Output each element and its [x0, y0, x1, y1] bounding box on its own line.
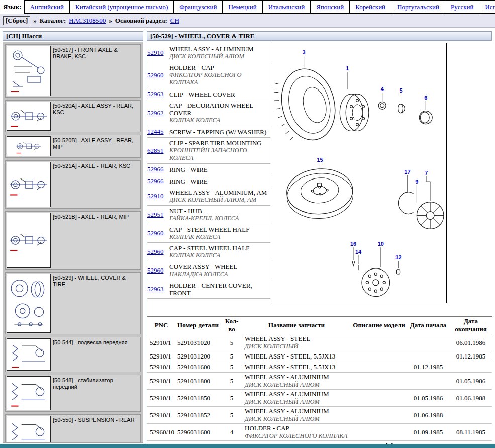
- breadcrumb: [Сброс] » Каталог: HAC3108500 » Основной…: [0, 14, 495, 28]
- part-name-ru: КРОНШТЕЙН ЗАПАСНОГО КОЛЕСА: [169, 147, 270, 162]
- section-thumbnail[interactable]: [7, 162, 51, 207]
- cell-qty: 5: [220, 377, 243, 385]
- language-link-portuguese[interactable]: Португальский: [391, 0, 445, 14]
- callout-16[interactable]: 16: [350, 241, 356, 247]
- part-code-link[interactable]: 52951: [147, 211, 169, 219]
- part-name: COVER ASSY - WHEEL: [169, 263, 270, 271]
- axle-diagram-icon: [7, 102, 50, 130]
- page-title: [50-529] - WHEEL, COVER & TIRE: [147, 31, 492, 41]
- part-code-link[interactable]: 52960: [147, 229, 169, 237]
- part-code-link[interactable]: 52966: [147, 177, 169, 185]
- section-thumbnail[interactable]: [7, 376, 51, 410]
- table-row[interactable]: 52910/1 5291031600 5 WHEEL ASSY - STEEL,…: [147, 362, 492, 373]
- sidebar-item-50-520a[interactable]: [50-520A] - AXLE ASSY - REAR, KSC: [5, 100, 141, 132]
- cell-date-start: 01.12.1985: [408, 363, 448, 371]
- cell-part-number: 5291031200: [176, 352, 220, 361]
- part-code-link[interactable]: 52960: [147, 248, 169, 256]
- part-code-link[interactable]: 52910: [147, 49, 169, 57]
- callout-15[interactable]: 15: [317, 157, 323, 163]
- sidebar-item-50-550[interactable]: [50-550] - SUSPENSION - REAR: [5, 414, 141, 443]
- part-code-link[interactable]: 52960: [147, 71, 169, 79]
- table-row[interactable]: 52910/1 5291031850 5 WHEEL ASSY - ALUMIN…: [147, 390, 492, 407]
- part-code-link[interactable]: 52963: [147, 90, 169, 98]
- column-header-pnc: PNC: [147, 321, 176, 329]
- language-link-german[interactable]: Немецкий: [222, 0, 262, 14]
- part-row: 52910 WHEEL ASSY - ALUMINIUM, AMДИСК КОЛ…: [147, 187, 270, 206]
- part-name-ru: КОЛПАК КОЛЕСА: [169, 117, 270, 124]
- part-row: 52951 NUT - HUBГАЙКА-КРЕПЛ. КОЛЕСА: [147, 206, 270, 224]
- suspension-diagram-icon: [7, 339, 50, 370]
- sidebar-item-50-548[interactable]: [50-548] - стабилизатор передний: [5, 375, 141, 412]
- table-row[interactable]: 52910/1 5291031200 5 WHEEL ASSY - STEEL,…: [147, 351, 492, 362]
- cell-part-number: 5296031600: [176, 428, 220, 436]
- part-code-link[interactable]: 52962: [147, 109, 169, 117]
- catalog-link[interactable]: HAC3108500: [69, 17, 106, 25]
- section-thumbnail[interactable]: [7, 136, 51, 156]
- table-row[interactable]: 52910/1 5291031020 5 WHEEL ASSY - STEELД…: [147, 334, 492, 351]
- section-thumbnail[interactable]: [7, 338, 51, 371]
- sidebar-item-50-544[interactable]: [50-544] - подвеска передняя: [5, 337, 141, 372]
- suspension-diagram-icon: [7, 377, 50, 410]
- callout-4[interactable]: 4: [381, 86, 384, 92]
- table-row[interactable]: 52910/1 5291031852 5 WHEEL ASSY - ALUMIN…: [147, 407, 492, 424]
- part-name: SCREW - TAPPING (W/ WASHER): [169, 128, 270, 136]
- language-link-spanish[interactable]: Испанский: [479, 0, 495, 14]
- section-thumbnail[interactable]: [7, 416, 51, 443]
- table-row[interactable]: 52910/1 5291031800 5 WHEEL ASSY - ALUMIN…: [147, 373, 492, 390]
- section-thumbnail[interactable]: [7, 102, 51, 131]
- language-link-chinese[interactable]: Китайский (упрощенное письмо): [69, 0, 174, 14]
- part-row: 12445 SCREW - TAPPING (W/ WASHER): [147, 126, 270, 138]
- table-row[interactable]: 52960/10 5296031600 4 HOLDER - CAPФИКСАТ…: [147, 424, 492, 441]
- callout-17[interactable]: 17: [404, 169, 410, 175]
- cell-name-ru: ДИСК КОЛЕСНЫЙ АЛЮМ: [245, 381, 348, 389]
- language-link-french[interactable]: Французский: [173, 0, 223, 14]
- sidebar-item-label: [50-520B] - AXLE ASSY - REAR, MIP: [51, 136, 139, 156]
- language-link-japanese[interactable]: Японский: [310, 0, 350, 14]
- sidebar-item-50-517[interactable]: [50-517] - FRONT AXLE & BRAKE, KSC: [5, 44, 141, 98]
- part-code-link[interactable]: 52910: [147, 192, 169, 200]
- parts-diagram[interactable]: 3 1 4 5 6 15 17 7 9 16 14 10 12: [272, 43, 447, 303]
- language-link-russian[interactable]: Русский: [445, 0, 480, 14]
- callout-9[interactable]: 9: [415, 178, 418, 185]
- part-code-link[interactable]: 62851: [147, 147, 169, 155]
- cell-qty: 5: [220, 352, 243, 361]
- language-link-italian[interactable]: Итальянский: [262, 0, 311, 14]
- part-code-link[interactable]: 52960: [147, 266, 169, 275]
- callout-1[interactable]: 1: [346, 65, 349, 71]
- reset-button[interactable]: [Сброс]: [3, 16, 30, 25]
- section-thumbnail[interactable]: [7, 213, 51, 268]
- part-code-link[interactable]: 52963: [147, 285, 169, 293]
- callout-5[interactable]: 5: [399, 87, 402, 94]
- column-header-name: Название запчасти: [243, 321, 350, 329]
- callout-12[interactable]: 12: [395, 254, 401, 260]
- callout-6[interactable]: 6: [424, 95, 427, 101]
- language-link-english[interactable]: Английский: [24, 0, 70, 14]
- part-row: 52963 CLIP - WHEEL COVER: [147, 88, 270, 100]
- part-code-link[interactable]: 52966: [147, 165, 169, 173]
- language-link-korean[interactable]: Корейский: [349, 0, 391, 14]
- table-row[interactable]: 52960/10 5296031610 4 HOLDER - CAP Кузов…: [147, 441, 492, 444]
- section-thumbnail[interactable]: [7, 274, 51, 333]
- section-link[interactable]: CH: [170, 17, 179, 25]
- cell-part-number: 5291031852: [176, 411, 220, 419]
- sidebar-item-50-521b[interactable]: [50-521B] - AXLE - REAR, MIP: [5, 211, 141, 270]
- callout-14[interactable]: 14: [355, 249, 362, 255]
- sidebar-item-50-529[interactable]: [50-529] - WHEEL, COVER & TIRE: [5, 272, 141, 334]
- section-thumbnail[interactable]: [7, 46, 51, 96]
- callout-10[interactable]: 10: [378, 241, 384, 247]
- cell-date-end: 01.06.1988: [448, 394, 493, 402]
- sidebar-item-50-520b[interactable]: [50-520B] - AXLE ASSY - REAR, MIP: [5, 135, 141, 158]
- callout-7[interactable]: 7: [425, 170, 428, 176]
- part-code-link[interactable]: 12445: [147, 128, 169, 136]
- part-row: 52963 HOLDER - CENTER COVER, FRONT: [147, 280, 270, 299]
- cell-part-number: 5291031850: [176, 394, 220, 402]
- part-name-ru: ГАЙКА-КРЕПЛ. КОЛЕСА: [169, 215, 270, 222]
- cell-date-start: 08.11.1985: [408, 442, 448, 444]
- sidebar-item-50-521a[interactable]: [50-521A] - AXLE - REAR, KSC: [5, 160, 141, 209]
- section-label: Основной раздел:: [115, 17, 167, 25]
- sidebar-item-label: [50-521A] - AXLE - REAR, KSC: [51, 162, 132, 207]
- cell-date-end: 01.06.1986: [448, 442, 493, 444]
- column-header-part-number: Номер детали: [176, 321, 220, 329]
- callout-3[interactable]: 3: [303, 49, 306, 55]
- part-name: CLIP - WHEEL COVER: [169, 91, 270, 98]
